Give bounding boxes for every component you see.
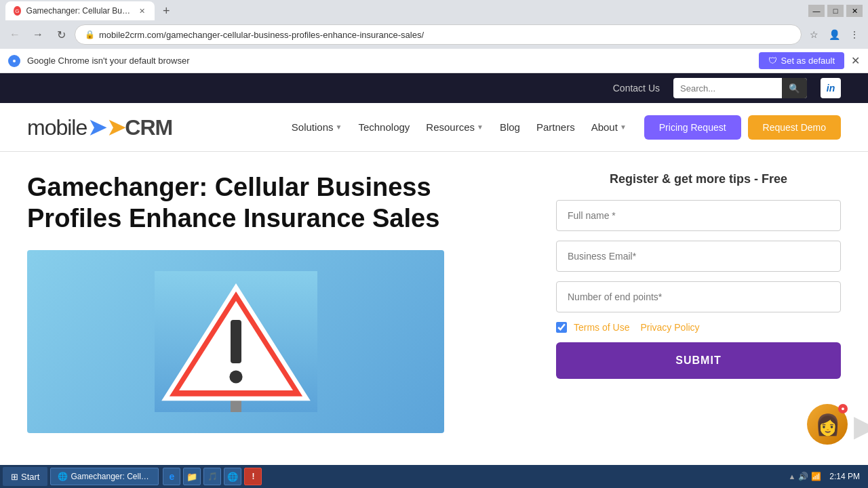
top-navigation-bar: Contact Us 🔍 in [0, 73, 868, 103]
warning-sign-image [155, 270, 317, 413]
policy-links: Terms of Use Privacy Policy [574, 322, 700, 333]
submit-button[interactable]: SUBMIT [556, 342, 841, 379]
network-icon: 📶 [811, 472, 821, 481]
solutions-chevron-icon: ▼ [336, 123, 342, 131]
system-tray: ▲ 🔊 📶 2:14 PM [788, 472, 865, 481]
email-input[interactable] [556, 241, 841, 272]
nav-about[interactable]: About ▼ [585, 116, 633, 138]
taskbar-item[interactable]: 🌐 Gamechanger: Cellular Business Pro... [50, 468, 159, 485]
contact-us-link[interactable]: Contact Us [613, 83, 660, 94]
arrow-icon: ▲ [788, 472, 795, 481]
taskbar-time: 2:14 PM [824, 472, 865, 481]
article-title: Gamechanger: Cellular Business Profiles … [27, 172, 502, 234]
logo-mobile: mobile [27, 115, 87, 140]
linkedin-label: in [827, 83, 835, 94]
privacy-policy-link[interactable]: Privacy Policy [640, 322, 699, 333]
forward-button[interactable]: → [28, 25, 47, 44]
logo-crm: CRM [125, 115, 172, 140]
search-button[interactable]: 🔍 [782, 78, 807, 98]
taskbar-item-icon: 🌐 [58, 472, 68, 481]
logo[interactable]: mobile➤➤CRM [27, 115, 172, 140]
chrome-taskbar-button[interactable]: 🌐 [224, 468, 241, 485]
tab-close-button[interactable]: ✕ [138, 5, 146, 16]
article-image [27, 250, 444, 433]
notification-close-button[interactable]: ✕ [851, 54, 860, 67]
folder-taskbar-button[interactable]: 📁 [183, 468, 201, 485]
set-default-label: Set as default [781, 56, 835, 66]
notification-text: Google Chrome isn't your default browser [27, 56, 752, 66]
search-input[interactable] [673, 81, 782, 96]
back-button[interactable]: ← [5, 25, 24, 44]
title-bar: G Gamechanger: Cellular Business Pro... … [0, 0, 868, 22]
new-tab-button[interactable]: + [157, 1, 176, 21]
main-navigation: mobile➤➤CRM Solutions ▼ Technology Resou… [0, 103, 868, 152]
maximize-button[interactable]: □ [827, 5, 844, 17]
set-default-button[interactable]: 🛡 Set as default [759, 52, 845, 69]
logo-arrows: ➤ [88, 115, 106, 140]
start-button[interactable]: ⊞ Start [3, 467, 47, 486]
svg-rect-6 [231, 320, 241, 363]
shield-icon: 🛡 [768, 56, 777, 66]
bookmark-button[interactable]: ☆ [806, 26, 822, 43]
nav-blog[interactable]: Blog [493, 116, 527, 138]
nav-partners[interactable]: Partners [530, 116, 582, 138]
volume-icon: 🔊 [798, 472, 808, 481]
svg-point-1 [13, 60, 16, 62]
taskbar: ⊞ Start 🌐 Gamechanger: Cellular Business… [0, 465, 868, 488]
search-box: 🔍 [673, 78, 807, 98]
content-left: Gamechanger: Cellular Business Profiles … [27, 172, 529, 436]
close-window-button[interactable]: ✕ [846, 5, 863, 17]
request-demo-button[interactable]: Request Demo [748, 115, 841, 140]
url-text: mobile2crm.com/gamechanger-cellular-busi… [99, 30, 791, 40]
pricing-request-button[interactable]: Pricing Request [644, 115, 741, 140]
address-bar[interactable]: 🔒 mobile2crm.com/gamechanger-cellular-bu… [75, 24, 802, 45]
nav-links: Solutions ▼ Technology Resources ▼ Blog … [285, 116, 633, 138]
full-name-input[interactable] [556, 200, 841, 231]
lock-icon: 🔒 [85, 30, 95, 39]
nav-technology[interactable]: Technology [351, 116, 416, 138]
svg-point-7 [229, 371, 242, 384]
profile-button[interactable]: 👤 [826, 26, 842, 43]
terms-of-use-link[interactable]: Terms of Use [574, 322, 629, 333]
form-title: Register & get more tips - Free [556, 172, 841, 186]
antivirus-taskbar-button[interactable]: ! [244, 468, 262, 485]
taskbar-item-label: Gamechanger: Cellular Business Pro... [71, 472, 151, 481]
ie-taskbar-button[interactable]: e [163, 468, 180, 485]
tab-favicon: G [14, 6, 21, 16]
menu-button[interactable]: ⋮ [846, 26, 863, 43]
about-chevron-icon: ▼ [620, 123, 627, 131]
nav-resources[interactable]: Resources ▼ [419, 116, 490, 138]
media-taskbar-button[interactable]: 🎵 [203, 468, 221, 485]
start-label: Start [21, 472, 39, 482]
notification-bar: Google Chrome isn't your default browser… [0, 49, 868, 73]
search-icon: 🔍 [789, 83, 800, 94]
chrome-favicon [8, 55, 20, 67]
logo-text: mobile➤➤CRM [27, 115, 172, 140]
terms-checkbox[interactable] [556, 322, 567, 333]
content-area: Gamechanger: Cellular Business Profiles … [0, 152, 868, 457]
resources-chevron-icon: ▼ [477, 123, 484, 131]
active-tab[interactable]: G Gamechanger: Cellular Business Pro... … [5, 1, 155, 20]
window-controls: — □ ✕ [808, 5, 863, 17]
refresh-button[interactable]: ↻ [52, 25, 71, 44]
taskbar-items: 🌐 Gamechanger: Cellular Business Pro... … [50, 468, 788, 485]
website: Contact Us 🔍 in mobile➤➤CRM Solutions ▼ … [0, 73, 868, 457]
sidebar-form: Register & get more tips - Free Terms of… [556, 172, 841, 436]
address-bar-row: ← → ↻ 🔒 mobile2crm.com/gamechanger-cellu… [0, 22, 868, 49]
checkbox-row: Terms of Use Privacy Policy [556, 322, 841, 333]
tab-title: Gamechanger: Cellular Business Pro... [26, 6, 133, 16]
nav-solutions[interactable]: Solutions ▼ [285, 116, 349, 138]
start-icon: ⊞ [11, 472, 18, 482]
endpoints-input[interactable] [556, 281, 841, 312]
minimize-button[interactable]: — [808, 5, 825, 17]
linkedin-icon[interactable]: in [821, 78, 841, 98]
